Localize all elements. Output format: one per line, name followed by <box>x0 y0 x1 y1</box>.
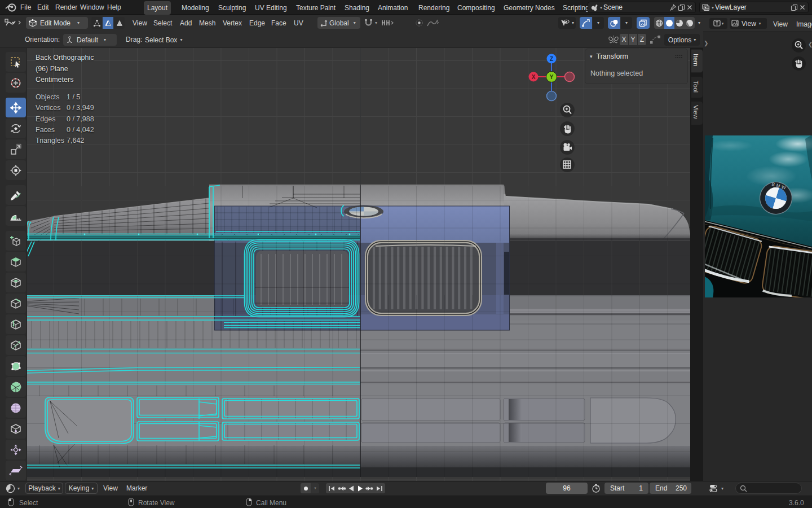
svg-text:Z: Z <box>550 56 553 62</box>
svg-text:X: X <box>532 74 536 80</box>
svg-text:Y: Y <box>549 73 553 80</box>
